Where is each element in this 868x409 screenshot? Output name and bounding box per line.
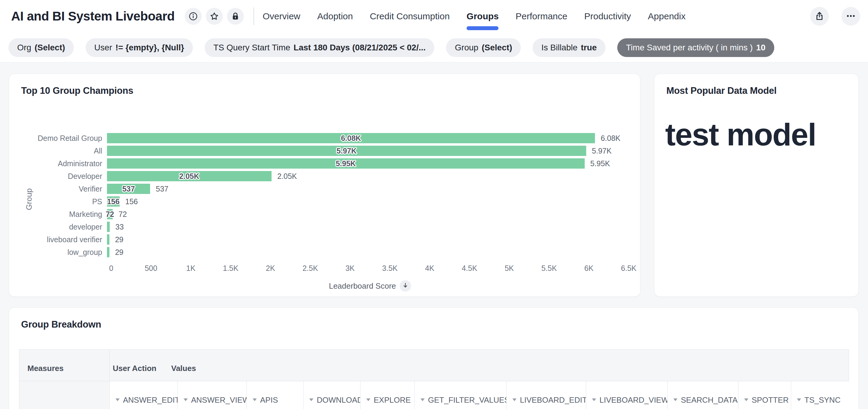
filter-chip-group[interactable]: Group(Select) — [446, 38, 521, 57]
column-filter-triangle-icon[interactable] — [253, 399, 257, 401]
row-header-empty-cell — [19, 381, 110, 409]
favorite-button[interactable] — [206, 8, 223, 25]
filter-value: (Select) — [35, 43, 65, 53]
column-header-liveboard-view[interactable]: LIVEBOARD_VIEW — [586, 381, 668, 409]
filter-chip-is-billable[interactable]: Is Billabletrue — [532, 38, 606, 57]
bar-value-outside: 5.97K — [592, 147, 612, 155]
bar-value-inside: 72 — [106, 210, 114, 219]
info-button[interactable] — [185, 8, 202, 25]
chart-row-all: All5.97K5.97K — [21, 144, 629, 157]
category-label: liveboard verifier — [21, 235, 107, 244]
info-icon — [188, 11, 198, 21]
x-tick-1k: 1K — [186, 264, 195, 273]
table-card: Group Breakdown Measures User Action Val… — [9, 308, 859, 409]
header-divider — [253, 7, 254, 25]
bar-track: 5.97K5.97K — [107, 144, 629, 157]
column-filter-triangle-icon[interactable] — [592, 399, 596, 401]
column-header-download[interactable]: DOWNLOAD — [304, 381, 361, 409]
x-tick-2k: 2K — [266, 264, 275, 273]
share-icon — [814, 11, 825, 22]
lock-button[interactable] — [227, 8, 244, 25]
category-label: Demo Retail Group — [21, 134, 107, 143]
chart-title: Top 10 Group Champions — [21, 85, 133, 96]
model-card-title: Most Popular Data Model — [666, 85, 777, 96]
column-filter-triangle-icon[interactable] — [673, 399, 678, 401]
column-filter-triangle-icon[interactable] — [421, 399, 425, 401]
x-tick-4-5k: 4.5K — [462, 264, 477, 273]
more-button[interactable] — [841, 7, 860, 26]
column-filter-triangle-icon[interactable] — [797, 399, 801, 401]
column-filter-triangle-icon[interactable] — [366, 399, 370, 401]
sort-descending-button[interactable] — [400, 280, 411, 292]
category-label: low_group — [21, 248, 107, 257]
filter-chip-ts-query-start-time[interactable]: TS Query Start TimeLast 180 Days (08/21/… — [205, 38, 434, 57]
group-breakdown-table: Measures User Action Values ANSWER_EDITA… — [19, 349, 849, 409]
share-button[interactable] — [810, 7, 829, 26]
bar-marketing[interactable]: 72 — [107, 209, 113, 219]
column-header-label: LIVEBOARD_VIEW — [599, 396, 668, 405]
column-header-spotter[interactable]: SPOTTER — [738, 381, 791, 409]
bar-value-outside: 537 — [156, 184, 168, 193]
bar-value-outside: 5.95K — [590, 159, 610, 168]
chart-row-administrator: Administrator5.95K5.95K — [21, 157, 629, 170]
column-header-get-filter-values[interactable]: GET_FILTER_VALUES — [415, 381, 507, 409]
x-tick-6k: 6K — [584, 264, 594, 273]
column-header-ts-sync[interactable]: TS_SYNC — [791, 381, 849, 409]
bar-value-inside: 5.97K — [337, 147, 357, 155]
bar-value-outside: 33 — [116, 223, 124, 231]
arrow-down-icon — [402, 282, 409, 291]
tab-adoption[interactable]: Adoption — [317, 0, 353, 33]
chart-row-demo-retail-group: Demo Retail Group6.08K6.08K — [21, 132, 629, 144]
x-tick-6-5k: 6.5K — [621, 264, 636, 273]
tab-overview[interactable]: Overview — [262, 0, 300, 33]
model-card-value: test model — [665, 117, 816, 153]
bar-low-group[interactable] — [107, 247, 110, 257]
measures-header-cell: Measures — [19, 350, 110, 381]
filter-chip-time-saved-per-activity-in-mins[interactable]: Time Saved per activity ( in mins )10 — [617, 38, 774, 57]
column-filter-triangle-icon[interactable] — [184, 399, 188, 401]
filter-chip-user[interactable]: User!= {empty}, {Null} — [86, 38, 193, 57]
filter-chip-org[interactable]: Org(Select) — [8, 38, 74, 57]
bar-track: 537537 — [107, 182, 629, 195]
category-label: Marketing — [21, 210, 107, 219]
column-group-header-cell: User Action Values — [110, 350, 849, 381]
column-filter-triangle-icon[interactable] — [116, 399, 120, 401]
bar-all[interactable]: 5.97K — [107, 146, 586, 156]
x-tick-2-5k: 2.5K — [303, 264, 318, 273]
column-filter-triangle-icon[interactable] — [513, 399, 517, 401]
column-filter-triangle-icon[interactable] — [309, 399, 313, 401]
bar-value-inside: 156 — [107, 197, 120, 206]
bar-demo-retail-group[interactable]: 6.08K — [107, 133, 595, 143]
bar-value-inside: 537 — [122, 184, 135, 193]
bar-developer[interactable] — [107, 222, 110, 232]
x-axis-label-text: Leaderboard Score — [329, 282, 396, 291]
bar-ps[interactable]: 156 — [107, 196, 120, 207]
bar-verifier[interactable]: 537 — [107, 184, 150, 194]
bar-track: 33 — [107, 221, 629, 233]
tab-groups[interactable]: Groups — [467, 0, 499, 33]
column-header-apis[interactable]: APIS — [247, 381, 304, 409]
tab-productivity[interactable]: Productivity — [584, 0, 631, 33]
filter-label: Time Saved per activity ( in mins ) — [626, 43, 753, 53]
column-header-label: EXPLORE — [374, 396, 411, 405]
column-header-search-data[interactable]: SEARCH_DATA — [668, 381, 738, 409]
column-header-answer-view[interactable]: ANSWER_VIEW — [178, 381, 247, 409]
tab-performance[interactable]: Performance — [516, 0, 567, 33]
column-filter-triangle-icon[interactable] — [744, 399, 748, 401]
column-header-liveboard-edit[interactable]: LIVEBOARD_EDIT — [507, 381, 586, 409]
column-header-explore[interactable]: EXPLORE — [361, 381, 415, 409]
tab-credit-consumption[interactable]: Credit Consumption — [370, 0, 450, 33]
bar-liveboard-verifier[interactable] — [107, 234, 110, 244]
bar-developer[interactable]: 2.05K — [107, 171, 272, 181]
star-icon — [210, 11, 219, 21]
tab-appendix[interactable]: Appendix — [648, 0, 686, 33]
bar-value-outside: 29 — [115, 248, 124, 257]
tab-bar: OverviewAdoptionCredit ConsumptionGroups… — [262, 0, 685, 33]
bar-administrator[interactable]: 5.95K — [107, 158, 585, 169]
column-header-label: TS_SYNC — [804, 396, 841, 405]
filter-value: 10 — [756, 43, 766, 53]
x-tick-5k: 5K — [504, 264, 514, 273]
column-header-label: LIVEBOARD_EDIT — [520, 396, 586, 405]
filter-label: Org — [17, 43, 31, 53]
column-header-answer-edit[interactable]: ANSWER_EDIT — [110, 381, 178, 409]
